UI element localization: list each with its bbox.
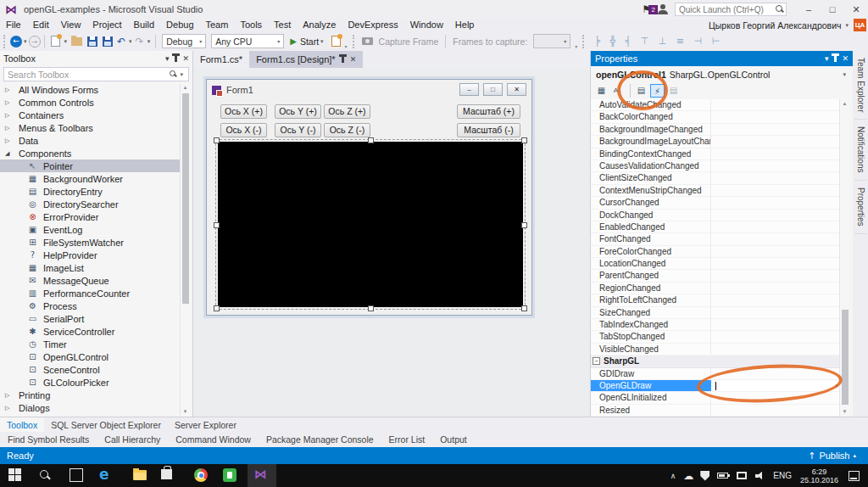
event-value-cell[interactable] xyxy=(711,233,840,244)
opengl-control[interactable] xyxy=(218,142,523,307)
event-row[interactable]: EnabledChanged xyxy=(591,221,840,233)
event-value-cell[interactable] xyxy=(711,283,840,294)
properties-view-icon[interactable]: ▤ xyxy=(634,84,648,98)
menu-item[interactable]: Help xyxy=(449,19,481,31)
defender-shield-icon[interactable] xyxy=(700,471,709,481)
axis-minus-button[interactable]: Ось Z (-) xyxy=(324,123,370,137)
output-tab[interactable]: Package Manager Console xyxy=(259,432,381,447)
scale-plus-button[interactable]: Масштаб (+) xyxy=(457,104,520,119)
panel-tab[interactable]: SQL Server Object Explorer xyxy=(44,417,168,432)
toolbox-item-imagelist[interactable]: ▦ ImageList xyxy=(0,261,180,274)
visual-studio-taskbar-icon[interactable]: ⋈ xyxy=(254,467,267,482)
category-row-sharpgl[interactable]: − SharpGL xyxy=(591,355,840,367)
toolbar-grip[interactable] xyxy=(582,35,586,48)
user-account[interactable]: Цырков Георгий Александрович ▾ ЦА xyxy=(709,19,866,31)
event-row[interactable]: SizeChanged xyxy=(591,307,840,319)
event-value-cell[interactable] xyxy=(711,258,840,269)
event-row[interactable]: ClientSizeChanged xyxy=(591,172,840,184)
pin-icon[interactable] xyxy=(175,55,177,62)
menu-item[interactable]: Window xyxy=(404,19,449,31)
start-debug-button[interactable]: ▶ Start ▾ xyxy=(290,36,325,47)
menu-item[interactable]: DevExpress xyxy=(342,19,403,31)
menu-item[interactable]: Build xyxy=(128,19,160,31)
resize-handle[interactable] xyxy=(521,137,527,143)
toolbox-item-helpprovider[interactable]: ? HelpProvider xyxy=(0,249,180,261)
language-indicator[interactable]: ENG xyxy=(773,471,792,480)
new-project-icon[interactable] xyxy=(51,36,60,47)
menu-item[interactable]: Test xyxy=(268,19,297,31)
toolbox-item-filesystemwatcher[interactable]: ⊞ FileSystemWatcher xyxy=(0,236,180,249)
event-row-gdidraw[interactable]: GDIDraw xyxy=(591,368,840,380)
pin-icon[interactable] xyxy=(342,56,344,63)
menu-item[interactable]: Tools xyxy=(234,19,268,31)
open-file-icon[interactable] xyxy=(71,37,82,46)
event-value-cell[interactable] xyxy=(711,344,840,355)
close-icon[interactable]: ✕ xyxy=(842,54,849,63)
resize-handle[interactable] xyxy=(368,305,374,311)
network-icon[interactable] xyxy=(737,472,747,479)
event-value-cell[interactable] xyxy=(711,246,840,257)
axis-plus-button[interactable]: Ось Z (+) xyxy=(324,104,370,119)
toolbox-item-openglcontrol[interactable]: ⊡ OpenGLControl xyxy=(0,350,180,363)
event-row[interactable]: CausesValidationChanged xyxy=(591,160,840,172)
menu-item[interactable]: View xyxy=(55,19,87,31)
minimize-button[interactable]: – xyxy=(797,1,821,18)
toolbox-item-process[interactable]: ⚙ Process xyxy=(0,299,180,312)
event-row[interactable]: TabStopChanged xyxy=(591,331,840,343)
event-row-openglinitialized[interactable]: OpenGLInitialized xyxy=(591,392,840,404)
chrome-icon[interactable] xyxy=(194,468,208,482)
properties-scrollbar[interactable]: ▲ ▼ xyxy=(839,99,849,417)
event-value-cell[interactable] xyxy=(711,331,840,342)
event-value-cell[interactable] xyxy=(711,307,840,318)
event-value-cell[interactable] xyxy=(711,197,840,208)
output-tab[interactable]: Find Symbol Results xyxy=(0,432,97,447)
redo-icon[interactable]: ↷ xyxy=(136,36,144,48)
event-value-cell[interactable] xyxy=(711,368,840,379)
side-tab[interactable]: Team Explorer xyxy=(854,51,867,120)
tab-form1-cs[interactable]: Form1.cs* xyxy=(193,51,249,68)
feedback-flag-button[interactable]: ⚑ 2 xyxy=(642,3,651,15)
event-row[interactable]: BindingContextChanged xyxy=(591,148,840,160)
toolbox-item-timer[interactable]: ◷ Timer xyxy=(0,338,180,350)
toolbox-group-common-controls[interactable]: ▷ Common Controls xyxy=(0,96,180,109)
clock[interactable]: 6:29 25.10.2016 xyxy=(800,467,838,484)
output-tab[interactable]: Call Hierarchy xyxy=(97,432,168,447)
navigate-back-icon[interactable]: ← xyxy=(10,36,22,48)
tab-form1-design[interactable]: Form1.cs [Design]* ✕ xyxy=(249,51,363,68)
scroll-up-icon[interactable]: ▲ xyxy=(840,99,849,109)
event-row[interactable]: ContextMenuStripChanged xyxy=(591,185,840,197)
toolbox-group-containers[interactable]: ▷ Containers xyxy=(0,109,180,121)
event-value-cell[interactable] xyxy=(711,294,840,305)
taskbar-search-icon[interactable] xyxy=(39,469,51,481)
menu-item[interactable]: Project xyxy=(86,19,127,31)
toolbox-item-servicecontroller[interactable]: ✱ ServiceController xyxy=(0,325,180,338)
event-row[interactable]: RegionChanged xyxy=(591,283,840,294)
chevron-down-icon[interactable]: ▾ xyxy=(825,54,829,63)
event-value-cell[interactable] xyxy=(711,392,840,403)
events-view-icon[interactable]: ⚡ xyxy=(650,84,665,98)
resize-handle[interactable] xyxy=(214,137,220,143)
event-value-cell[interactable] xyxy=(711,319,840,330)
toolbox-search-input[interactable] xyxy=(8,70,169,80)
axis-minus-button[interactable]: Ось Y (-) xyxy=(275,123,321,137)
save-all-icon[interactable] xyxy=(103,36,113,47)
toolbar-grip[interactable] xyxy=(353,35,356,48)
side-tab[interactable]: Properties xyxy=(854,181,867,234)
event-value-cell[interactable] xyxy=(711,172,840,183)
scrollbar-thumb[interactable] xyxy=(842,310,849,405)
categorized-icon[interactable]: ▦ xyxy=(594,84,609,98)
close-icon[interactable]: ✕ xyxy=(182,54,189,63)
event-value-cell[interactable] xyxy=(711,405,840,416)
form-minimize-button[interactable]: – xyxy=(459,83,479,96)
task-view-icon[interactable] xyxy=(70,468,83,482)
scroll-up-icon[interactable]: ▲ xyxy=(181,83,190,92)
close-button[interactable]: ✕ xyxy=(844,1,868,18)
maximize-button[interactable]: □ xyxy=(821,1,844,18)
person-icon[interactable] xyxy=(658,4,668,14)
battery-icon[interactable] xyxy=(717,473,728,479)
toolbox-item-errorprovider[interactable]: ⊗ ErrorProvider xyxy=(0,210,180,223)
menu-item[interactable]: Debug xyxy=(160,19,199,31)
overflow-chevron-icon[interactable]: ▾ xyxy=(575,43,577,51)
event-value-cell[interactable] xyxy=(711,148,840,160)
toolbox-search[interactable]: ▾ xyxy=(3,67,189,81)
